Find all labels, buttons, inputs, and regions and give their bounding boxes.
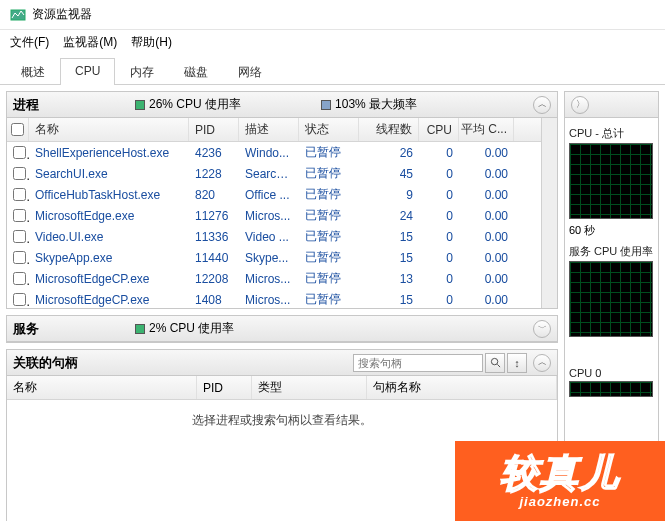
col-state[interactable]: 状态	[299, 118, 359, 141]
watermark-small: jiaozhen.cc	[519, 494, 600, 509]
cell-state: 已暂停	[299, 270, 359, 287]
services-cpu-metric: 2% CPU 使用率	[135, 320, 234, 337]
master-checkbox[interactable]	[11, 123, 24, 136]
cell-name: SkypeApp.exe	[29, 251, 189, 265]
cell-name: OfficeHubTaskHost.exe	[29, 188, 189, 202]
right-pane-header[interactable]: 〉	[565, 92, 658, 118]
tabs: 概述 CPU 内存 磁盘 网络	[0, 57, 665, 85]
row-checkbox[interactable]	[13, 251, 26, 264]
cell-threads: 15	[359, 230, 419, 244]
watermark-big: 较真儿	[500, 454, 620, 492]
table-row[interactable]: MicrosoftEdgeCP.exe12208Micros...已暂停1300…	[7, 268, 541, 289]
handles-header[interactable]: 关联的句柄 ↕ ︿	[7, 350, 557, 376]
table-row[interactable]: OfficeHubTaskHost.exe820Office ...已暂停900…	[7, 184, 541, 205]
services-cpu-text: 2% CPU 使用率	[149, 320, 234, 337]
cpu0-chart	[569, 381, 653, 397]
handles-empty-msg: 选择进程或搜索句柄以查看结果。	[7, 400, 557, 441]
cell-desc: Video ...	[239, 230, 299, 244]
cell-avg: 0.00	[459, 167, 514, 181]
row-checkbox[interactable]	[13, 272, 26, 285]
hcol-name[interactable]: 名称	[7, 376, 197, 399]
processes-header[interactable]: 进程 26% CPU 使用率 103% 最大频率 ︿	[7, 92, 557, 118]
cell-desc: Micros...	[239, 209, 299, 223]
row-checkbox[interactable]	[13, 188, 26, 201]
table-row[interactable]: ShellExperienceHost.exe4236Windo...已暂停26…	[7, 142, 541, 163]
title-bar: 资源监视器	[0, 0, 665, 30]
cell-threads: 45	[359, 167, 419, 181]
cell-cpu: 0	[419, 167, 459, 181]
expand-services[interactable]: ﹀	[533, 320, 551, 338]
cell-desc: Search...	[239, 167, 299, 181]
cell-avg: 0.00	[459, 188, 514, 202]
cell-cpu: 0	[419, 230, 459, 244]
menu-help[interactable]: 帮助(H)	[131, 34, 172, 51]
cell-avg: 0.00	[459, 230, 514, 244]
cell-name: MicrosoftEdge.exe	[29, 209, 189, 223]
cell-threads: 15	[359, 293, 419, 307]
cell-state: 已暂停	[299, 207, 359, 224]
services-header[interactable]: 服务 2% CPU 使用率 ﹀	[7, 316, 557, 342]
tab-disk[interactable]: 磁盘	[169, 58, 223, 85]
blue-box-icon	[321, 100, 331, 110]
row-checkbox[interactable]	[13, 209, 26, 222]
row-checkbox[interactable]	[13, 167, 26, 180]
refresh-button[interactable]: ↕	[507, 353, 527, 373]
cell-desc: Micros...	[239, 272, 299, 286]
tab-overview[interactable]: 概述	[6, 58, 60, 85]
tab-memory[interactable]: 内存	[115, 58, 169, 85]
processes-scrollbar[interactable]	[541, 118, 557, 308]
cell-state: 已暂停	[299, 228, 359, 245]
row-checkbox[interactable]	[13, 293, 26, 306]
cell-cpu: 0	[419, 209, 459, 223]
cell-pid: 1408	[189, 293, 239, 307]
table-row[interactable]: MicrosoftEdge.exe11276Micros...已暂停2400.0…	[7, 205, 541, 226]
cell-pid: 820	[189, 188, 239, 202]
table-row[interactable]: SearchUI.exe1228Search...已暂停4500.00	[7, 163, 541, 184]
handles-search-input[interactable]	[353, 354, 483, 372]
search-button[interactable]	[485, 353, 505, 373]
panel-processes: 进程 26% CPU 使用率 103% 最大频率 ︿ 名	[6, 91, 558, 309]
col-checkbox[interactable]	[7, 118, 29, 141]
col-threads[interactable]: 线程数	[359, 118, 419, 141]
hcol-type[interactable]: 类型	[252, 376, 367, 399]
row-checkbox[interactable]	[13, 146, 26, 159]
max-freq-text: 103% 最大频率	[335, 96, 417, 113]
cell-cpu: 0	[419, 146, 459, 160]
hcol-hname[interactable]: 句柄名称	[367, 376, 557, 399]
col-desc[interactable]: 描述	[239, 118, 299, 141]
services-cpu-chart	[569, 261, 653, 337]
menu-monitor[interactable]: 监视器(M)	[63, 34, 117, 51]
collapse-handles[interactable]: ︿	[533, 354, 551, 372]
watermark: 较真儿 jiaozhen.cc	[455, 441, 665, 521]
row-checkbox[interactable]	[13, 230, 26, 243]
col-name[interactable]: 名称	[29, 118, 189, 141]
app-icon	[10, 7, 26, 23]
svg-point-1	[491, 358, 497, 364]
processes-columns: 名称 PID 描述 状态 线程数 CPU 平均 C...	[7, 118, 541, 142]
hcol-pid[interactable]: PID	[197, 376, 252, 399]
sixty-sec-label: 60 秒	[569, 223, 654, 238]
collapse-processes[interactable]: ︿	[533, 96, 551, 114]
col-avg[interactable]: 平均 C...	[459, 118, 514, 141]
table-row[interactable]: SkypeApp.exe11440Skype...已暂停1500.00	[7, 247, 541, 268]
tab-network[interactable]: 网络	[223, 58, 277, 85]
menu-file[interactable]: 文件(F)	[10, 34, 49, 51]
cell-name: MicrosoftEdgeCP.exe	[29, 272, 189, 286]
cell-desc: Office ...	[239, 188, 299, 202]
table-row[interactable]: Video.UI.exe11336Video ...已暂停1500.00	[7, 226, 541, 247]
cell-state: 已暂停	[299, 144, 359, 161]
col-cpu[interactable]: CPU	[419, 118, 459, 141]
table-row[interactable]: MicrosoftEdgeCP.exe1408Micros...已暂停1500.…	[7, 289, 541, 308]
cell-threads: 13	[359, 272, 419, 286]
cell-threads: 9	[359, 188, 419, 202]
tab-cpu[interactable]: CPU	[60, 58, 115, 85]
cell-threads: 24	[359, 209, 419, 223]
col-pid[interactable]: PID	[189, 118, 239, 141]
svg-line-2	[497, 364, 500, 367]
green-box-icon	[135, 100, 145, 110]
processes-grid[interactable]: ShellExperienceHost.exe4236Windo...已暂停26…	[7, 142, 541, 308]
cpu-usage-metric: 26% CPU 使用率	[135, 96, 241, 113]
cell-avg: 0.00	[459, 293, 514, 307]
cell-pid: 11336	[189, 230, 239, 244]
collapse-right-pane[interactable]: 〉	[571, 96, 589, 114]
